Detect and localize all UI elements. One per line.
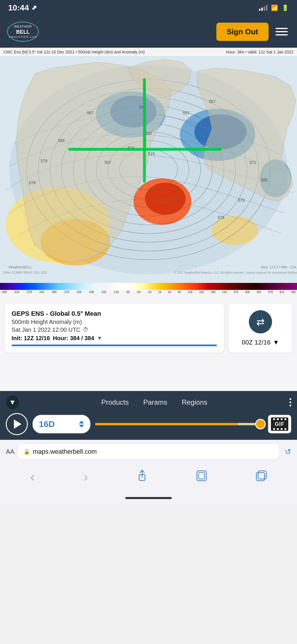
gif-film-strip: GIF — [271, 417, 288, 431]
location-icon: ⬆ — [29, 3, 38, 12]
day-value: 16D — [39, 419, 55, 429]
svg-text:567: 567 — [209, 99, 216, 104]
progress-fill — [12, 345, 217, 346]
gif-button[interactable]: GIF — [268, 415, 291, 433]
products-nav-item[interactable]: Products — [101, 398, 129, 406]
hamburger-button[interactable] — [273, 26, 290, 38]
progress-bar — [12, 345, 217, 346]
signal-bar-2 — [261, 8, 263, 11]
forward-button[interactable]: › — [78, 467, 94, 487]
playback-controls: 16D GIF — [6, 413, 291, 435]
url-bar[interactable]: 🔒 maps.weatherbell.com — [18, 444, 279, 460]
info-right-panel: ⇄ 00Z 12/16 ▼ — [229, 304, 292, 353]
svg-text:585: 585 — [58, 138, 65, 143]
init-hour-label[interactable]: Init: 12Z 12/16 Hour: 384 / 384 ▼ — [12, 335, 217, 342]
gif-label: GIF — [275, 421, 285, 427]
regions-nav-item[interactable]: Regions — [182, 398, 207, 406]
share-button[interactable] — [131, 468, 153, 486]
signal-bar-3 — [264, 6, 265, 11]
tabs-button[interactable] — [250, 468, 273, 486]
datetime-label: Sat Jan 1 2022 12:00 UTC ⏱ — [12, 327, 217, 333]
hour-text: Hour: 384 / 384 — [53, 335, 94, 342]
switch-model-button[interactable]: ⇄ — [249, 310, 272, 333]
datetime-text: Sat Jan 1 2022 12:00 UTC — [12, 327, 80, 333]
svg-text:557: 557 — [183, 111, 190, 115]
bottom-nav-items: Products Params Regions — [19, 398, 289, 406]
day-selector[interactable]: 16D — [32, 415, 90, 433]
logo-text: WEATHER BELL ANALYTICS LLC — [9, 24, 37, 39]
init-selector-value: 00Z 12/16 — [242, 339, 271, 346]
svg-text:576: 576 — [29, 180, 36, 185]
timeline-thumb[interactable] — [255, 419, 266, 429]
hamburger-line-2 — [276, 31, 288, 32]
battery-icon: 🔋 — [282, 4, 289, 11]
color-scale-bar — [0, 283, 297, 290]
model-name: GEPS ENS - Global 0.5° Mean — [12, 310, 217, 317]
signal-bars — [259, 5, 267, 11]
aa-text[interactable]: AA — [6, 448, 14, 455]
map-svg: 585 579 576 567 548 557 567 510 510 519 … — [0, 56, 297, 283]
lock-icon: 🔒 — [23, 449, 30, 455]
scale-labels: -450 -414 -378 -342 -306 -270 -234 -198 … — [0, 290, 297, 294]
more-dot-3 — [289, 405, 291, 406]
hour-dropdown-icon[interactable]: ▼ — [97, 335, 102, 341]
svg-text:WeatherBELL: WeatherBELL — [9, 265, 32, 269]
film-holes-top — [271, 417, 288, 420]
reload-button[interactable]: ↺ — [285, 447, 291, 456]
status-time: 10:44 ⬆ — [8, 3, 37, 12]
more-dot-1 — [289, 398, 291, 400]
svg-rect-45 — [256, 473, 265, 481]
more-options-button[interactable] — [289, 398, 291, 406]
svg-text:© 2021 WeatherBell Analytics, : © 2021 WeatherBell Analytics, LLC. All r… — [174, 271, 297, 274]
svg-rect-44 — [199, 473, 204, 479]
timeline-fill — [95, 423, 238, 425]
back-button[interactable]: ‹ — [24, 467, 40, 487]
wifi-icon: 📶 — [271, 4, 278, 11]
bottom-nav: ▼ Products Params Regions — [6, 396, 291, 409]
info-panel: GEPS ENS - Global 0.5° Mean 500mb Height… — [0, 294, 297, 362]
map-header-left: CMC Ens [M] 0.5° Init 12z 16 Dec 2021 • … — [3, 50, 145, 54]
status-icons: 📶 🔋 — [259, 4, 289, 11]
sign-out-button[interactable]: Sign Out — [216, 23, 269, 41]
weather-map[interactable]: 585 579 576 567 548 557 567 510 510 519 … — [0, 56, 297, 283]
logo-container: WEATHER BELL ANALYTICS LLC — [7, 21, 39, 42]
svg-text:582: 582 — [261, 177, 268, 182]
stepper-down-icon[interactable] — [79, 425, 84, 428]
browser-bar: AA 🔒 maps.weatherbell.com ↺ — [0, 440, 297, 464]
app-logo: WEATHER BELL ANALYTICS LLC — [7, 21, 39, 42]
home-bar — [0, 493, 297, 505]
header-buttons: Sign Out — [216, 23, 290, 41]
play-icon — [14, 419, 21, 429]
init-selector-arrow[interactable]: ▼ — [273, 339, 279, 346]
init-text: Init: 12Z 12/16 — [12, 335, 50, 342]
signal-bar-4 — [266, 5, 267, 11]
svg-text:567: 567 — [87, 111, 94, 115]
bottom-dropdown-button[interactable]: ▼ — [6, 396, 19, 409]
spacer — [0, 362, 297, 391]
info-left-panel: GEPS ENS - Global 0.5° Mean 500mb Height… — [5, 304, 224, 353]
map-header-bar: CMC Ens [M] 0.5° Init 12z 16 Dec 2021 • … — [0, 48, 297, 56]
svg-text:Climo: ECMWF ERA-5 1991-2020: Climo: ECMWF ERA-5 1991-2020 — [3, 271, 47, 274]
signal-bar-1 — [259, 9, 260, 11]
home-indicator — [125, 497, 172, 499]
hamburger-line-1 — [276, 28, 288, 29]
play-button[interactable] — [6, 413, 28, 435]
more-dot-2 — [289, 401, 291, 403]
params-nav-item[interactable]: Params — [143, 398, 167, 406]
time-display: 10:44 — [8, 3, 29, 12]
svg-text:Max: 173.2 • Min: -124.9: Max: 173.2 • Min: -124.9 — [261, 265, 297, 269]
url-text: maps.weatherbell.com — [33, 448, 97, 455]
clock-icon: ⏱ — [83, 327, 88, 333]
svg-text:579: 579 — [238, 198, 245, 202]
timeline-slider[interactable] — [95, 423, 263, 425]
status-bar: 10:44 ⬆ 📶 🔋 — [0, 0, 297, 16]
stepper-up-icon[interactable] — [79, 421, 84, 424]
switch-arrows-icon: ⇄ — [256, 316, 265, 328]
film-holes-bottom — [271, 428, 288, 431]
map-container: CMC Ens [M] 0.5° Init 12z 16 Dec 2021 • … — [0, 48, 297, 294]
param-label: 500mb Height Anomaly (m) — [12, 319, 217, 325]
day-stepper[interactable] — [79, 421, 84, 428]
books-button[interactable] — [191, 468, 213, 486]
init-selector[interactable]: 00Z 12/16 ▼ — [242, 339, 279, 346]
svg-text:519: 519 — [148, 151, 155, 156]
